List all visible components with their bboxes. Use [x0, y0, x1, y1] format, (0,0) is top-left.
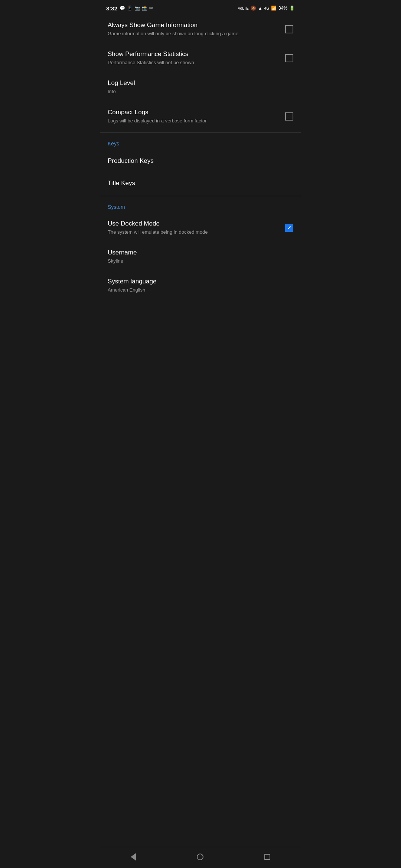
always-show-game-info-subtitle: Game information will only be shown on l…: [108, 30, 279, 37]
status-time: 3:32: [106, 5, 117, 11]
log-level-text: Log Level Info: [108, 79, 293, 95]
production-keys-text: Production Keys: [108, 157, 293, 165]
keys-section-header: Keys: [100, 134, 301, 150]
battery-percentage: 34%: [278, 6, 287, 11]
camera-icon: 📸: [142, 6, 147, 11]
title-keys-text: Title Keys: [108, 180, 293, 187]
show-performance-stats-item[interactable]: Show Performance Statistics Performance …: [100, 44, 301, 73]
compact-logs-text: Compact Logs Logs will be displayed in a…: [108, 109, 285, 124]
back-icon: [131, 853, 136, 861]
whatsapp-icon: 💬: [120, 6, 125, 11]
4g-icon: 4G: [264, 6, 269, 10]
system-section-divider: [100, 196, 301, 196]
wifi-icon: 📶: [271, 6, 277, 11]
always-show-game-info-item[interactable]: Always Show Game Information Game inform…: [100, 15, 301, 44]
battery-icon: 🔋: [289, 6, 295, 11]
log-level-item[interactable]: Log Level Info: [100, 73, 301, 102]
back-button[interactable]: [122, 850, 145, 864]
username-value: Skyline: [108, 258, 287, 264]
always-show-game-info-title: Always Show Game Information: [108, 22, 279, 29]
use-docked-mode-item[interactable]: Use Docked Mode The system will emulate …: [100, 213, 301, 242]
status-bar-right: VoLTE 🔕 ▲ 4G 📶 34% 🔋: [238, 6, 295, 11]
always-show-game-info-checkbox[interactable]: [285, 25, 293, 33]
status-bar: 3:32 💬 📱 📷 📸 ✂ VoLTE 🔕 ▲ 4G 📶 34% 🔋: [100, 0, 301, 15]
show-performance-stats-subtitle: Performance Statistics will not be shown: [108, 59, 279, 66]
keys-section-label: Keys: [108, 141, 119, 147]
system-language-value: American English: [108, 287, 287, 293]
system-language-title: System language: [108, 278, 287, 285]
show-performance-stats-checkbox[interactable]: [285, 54, 293, 62]
username-text: Username Skyline: [108, 249, 293, 264]
system-section-header: System: [100, 198, 301, 213]
instagram-icon: 📷: [134, 6, 140, 11]
log-level-value: Info: [108, 88, 287, 95]
use-docked-mode-title: Use Docked Mode: [108, 220, 279, 227]
compact-logs-subtitle: Logs will be displayed in a verbose form…: [108, 118, 279, 124]
status-bar-left: 3:32 💬 📱 📷 📸 ✂: [106, 5, 153, 11]
home-icon: [197, 854, 203, 860]
system-language-text: System language American English: [108, 278, 293, 293]
volte-icon: VoLTE: [238, 6, 248, 10]
log-level-title: Log Level: [108, 79, 287, 87]
production-keys-title: Production Keys: [108, 157, 293, 165]
title-keys-item[interactable]: Title Keys: [100, 172, 301, 194]
use-docked-mode-checkbox[interactable]: [285, 224, 293, 232]
compact-logs-checkbox[interactable]: [285, 112, 293, 121]
show-performance-stats-title: Show Performance Statistics: [108, 50, 279, 58]
use-docked-mode-text: Use Docked Mode The system will emulate …: [108, 220, 285, 236]
compact-logs-title: Compact Logs: [108, 109, 279, 116]
use-docked-mode-subtitle: The system will emulate being in docked …: [108, 229, 279, 236]
mute-icon: 🔕: [251, 6, 256, 11]
scissors-icon: ✂: [149, 6, 153, 11]
home-button[interactable]: [188, 851, 212, 863]
signal-icon: ▲: [258, 6, 263, 11]
production-keys-item[interactable]: Production Keys: [100, 150, 301, 172]
system-section-label: System: [108, 204, 125, 210]
show-performance-stats-text: Show Performance Statistics Performance …: [108, 50, 285, 66]
system-language-item[interactable]: System language American English: [100, 271, 301, 300]
username-item[interactable]: Username Skyline: [100, 242, 301, 271]
keys-section-divider: [100, 132, 301, 133]
phone-icon: 📱: [127, 6, 133, 11]
nav-bar: [100, 847, 301, 868]
compact-logs-item[interactable]: Compact Logs Logs will be displayed in a…: [100, 102, 301, 131]
username-title: Username: [108, 249, 287, 256]
recents-icon: [264, 854, 270, 860]
settings-content: Always Show Game Information Game inform…: [100, 15, 301, 868]
recents-button[interactable]: [255, 851, 279, 863]
status-icons: 💬 📱 📷 📸 ✂: [120, 6, 153, 11]
title-keys-title: Title Keys: [108, 180, 293, 187]
always-show-game-info-text: Always Show Game Information Game inform…: [108, 22, 285, 37]
